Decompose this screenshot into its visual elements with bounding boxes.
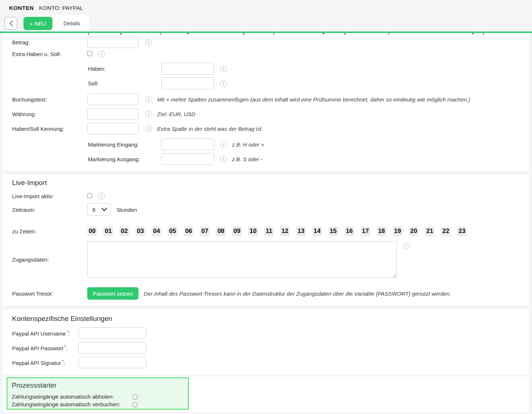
api-signatur-row: Paypal API Signatur*: [12, 357, 529, 368]
api-passwort-row: Paypal API Passwort*: [12, 342, 529, 354]
info-icon[interactable] [403, 243, 410, 249]
hour-chip[interactable]: 02 [119, 226, 129, 236]
info-icon[interactable] [220, 141, 227, 148]
markierung-eingang-input[interactable] [161, 138, 214, 150]
api-username-input[interactable] [78, 328, 146, 339]
buchungstext-input[interactable] [87, 93, 138, 105]
hour-chip[interactable]: 17 [361, 226, 370, 236]
breadcrumb-page: KONTO: PAYPAL [39, 5, 83, 11]
clipped-text-row [87, 33, 529, 36]
info-icon[interactable] [220, 66, 227, 72]
markierung-eingang-label: Markierung Eingang: [88, 141, 161, 148]
zu-zeiten-label: zu Zeiten: [12, 228, 87, 234]
waehrung-input[interactable] [87, 108, 138, 120]
api-passwort-input[interactable] [78, 342, 146, 354]
hour-chip[interactable]: 20 [409, 226, 419, 236]
haben-soll-kennung-label: Haben/Soll Kennung: [12, 126, 87, 132]
prozessstarter-card: Prozessstarter Zahlungseingänge automati… [3, 377, 529, 412]
breadcrumb-section: KONTEN [9, 5, 34, 11]
api-passwort-label: Paypal API Passwort*: [12, 344, 78, 351]
api-username-row: Paypal API Username*: [12, 328, 529, 339]
new-button[interactable]: + NEU [23, 17, 52, 30]
api-signatur-label: Paypal API Signatur*: [12, 359, 78, 366]
live-import-card: Live-Import Live-Import aktiv: Zeitraum:… [3, 174, 529, 306]
abholen-row: Zahlungseingänge automatisch abholen: [12, 393, 184, 400]
hour-chip[interactable]: 01 [103, 226, 113, 236]
hour-chip[interactable]: 21 [425, 226, 435, 236]
betrag-input[interactable] [87, 37, 138, 48]
verbuchen-row: Zahlungseingänge automatisch verbuchen: [12, 401, 184, 408]
hour-chip[interactable]: 10 [248, 226, 258, 236]
live-import-title: Live-Import [12, 179, 529, 186]
chevron-left-icon [9, 20, 13, 27]
hour-chip[interactable]: 04 [152, 226, 162, 236]
betrag-label: Betrag: [12, 39, 87, 45]
hour-chip[interactable]: 06 [184, 226, 194, 236]
info-icon[interactable] [220, 156, 227, 162]
hour-chip[interactable]: 23 [457, 226, 467, 236]
hour-chip[interactable]: 18 [377, 226, 387, 236]
info-icon[interactable] [220, 80, 227, 87]
haben-soll-kennung-input[interactable] [87, 123, 138, 134]
hour-chip[interactable]: 16 [344, 226, 354, 236]
soll-input[interactable] [161, 77, 214, 89]
markierung-ausgang-label: Markierung Ausgang: [88, 156, 161, 162]
info-icon[interactable] [145, 39, 152, 46]
hour-chip[interactable]: 15 [328, 226, 338, 236]
zeitraum-value: 8 [92, 207, 101, 213]
back-button[interactable] [4, 17, 17, 30]
passwort-tresor-row: Passwort Tresor: Passwort setzen Der Inh… [12, 287, 529, 300]
live-import-aktiv-row: Live-Import aktiv: [12, 193, 529, 199]
hour-chip[interactable]: 00 [87, 226, 97, 236]
zugangsdaten-textarea[interactable] [87, 241, 397, 278]
buchungstext-row: Buchungstext: Mit + mehre Spalten zusamm… [12, 93, 529, 105]
hour-chip[interactable]: 14 [312, 226, 322, 236]
prozessstarter-title: Prozessstarter [12, 381, 184, 389]
hour-chip[interactable]: 03 [136, 226, 145, 236]
passwort-setzen-button[interactable]: Passwort setzen [87, 287, 138, 300]
hour-chip[interactable]: 12 [280, 226, 290, 236]
info-icon[interactable] [98, 51, 105, 57]
page-header: KONTEN KONTO: PAYPAL + NEU Details [0, 0, 532, 32]
info-icon[interactable] [145, 125, 152, 132]
passwort-tresor-hint: Der Inhalt des Passwort-Tresors kann in … [144, 291, 451, 297]
extra-haben-soll-row: Extra Haben u. Soll: [12, 51, 529, 57]
extra-haben-soll-label: Extra Haben u. Soll: [12, 51, 87, 57]
info-icon[interactable] [145, 96, 152, 103]
haben-soll-kennung-hint: Extra Spalte in der steht was der Betrag… [157, 126, 263, 132]
markierung-ausgang-row: Markierung Ausgang: z.B. S oder - [88, 153, 529, 165]
markierung-ausgang-input[interactable] [161, 153, 214, 165]
extra-haben-soll-checkbox[interactable] [87, 51, 92, 56]
import-mapping-card: Betrag: Extra Haben u. Soll: Haben: Soll… [3, 33, 529, 171]
zu-zeiten-row: zu Zeiten: 00010203040506070809101112131… [12, 226, 529, 236]
hour-chip[interactable]: 07 [200, 226, 210, 236]
account-settings-title: Kontenspezifische Einstellungen [12, 315, 529, 322]
zeitraum-unit: Stunden [117, 207, 137, 213]
zeitraum-label: Zeitraum: [12, 207, 87, 213]
live-import-aktiv-checkbox[interactable] [87, 193, 92, 198]
api-signatur-input[interactable] [78, 357, 146, 368]
soll-label: Soll: [88, 80, 161, 86]
haben-input[interactable] [161, 63, 214, 75]
verbuchen-checkbox[interactable] [133, 402, 137, 407]
waehrung-label: Währung: [12, 111, 87, 117]
tab-details[interactable]: Details [54, 15, 89, 32]
hour-chip[interactable]: 22 [441, 226, 451, 236]
hour-chip[interactable]: 08 [216, 226, 226, 236]
info-icon[interactable] [98, 193, 105, 199]
hour-chip[interactable]: 19 [393, 226, 403, 236]
hour-chip[interactable]: 13 [296, 226, 306, 236]
hour-chip[interactable]: 09 [232, 226, 242, 236]
hour-chip[interactable]: 05 [168, 226, 178, 236]
markierung-eingang-row: Markierung Eingang: z.B. H oder + [88, 138, 529, 150]
info-icon[interactable] [145, 111, 152, 117]
buchungstext-hint: Mit + mehre Spalten zusammenfügen (aus d… [157, 96, 470, 103]
zeitraum-row: Zeitraum: 8 Stunden [12, 203, 529, 216]
hour-chip[interactable]: 11 [264, 226, 274, 236]
zeitraum-select[interactable]: 8 [87, 203, 111, 216]
haben-label: Haben: [88, 66, 161, 72]
account-settings-card: Kontenspezifische Einstellungen Paypal A… [3, 309, 529, 374]
markierung-eingang-hint: z.B. H oder + [232, 141, 264, 148]
haben-soll-kennung-row: Haben/Soll Kennung: Extra Spalte in der … [12, 123, 529, 134]
abholen-checkbox[interactable] [133, 395, 137, 399]
